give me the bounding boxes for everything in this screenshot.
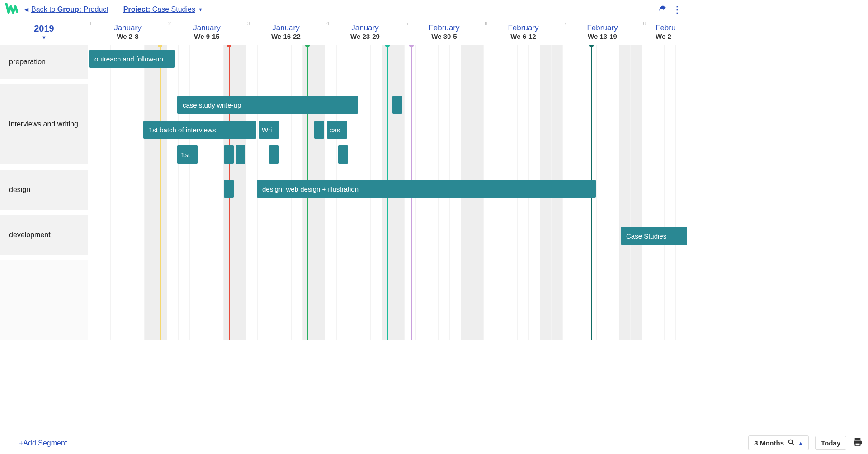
week-number: 2 xyxy=(168,21,171,26)
week-header[interactable]: 4 January We 23-29 xyxy=(326,19,405,45)
year-label: 2019 xyxy=(34,23,54,34)
week-month: Febru xyxy=(656,23,675,33)
week-month: January xyxy=(272,23,299,33)
bar-label: cas xyxy=(330,126,340,134)
gantt-grid[interactable]: outreach and follow-up case study write-… xyxy=(88,45,687,340)
week-number: 8 xyxy=(643,21,646,26)
week-range: We 9-15 xyxy=(194,33,219,40)
gantt-bar[interactable]: Case Studies xyxy=(621,227,687,245)
segment-label: design xyxy=(9,186,30,194)
segment-label: development xyxy=(9,231,51,239)
week-month: February xyxy=(587,23,618,33)
week-range: We 13-19 xyxy=(588,33,617,40)
breadcrumb-back-strong: Group: xyxy=(57,5,81,13)
week-header[interactable]: 1 January We 2-8 xyxy=(88,19,167,45)
week-range: We 2 xyxy=(656,33,671,40)
breadcrumb-project-value: Case Studies xyxy=(152,5,195,13)
segments-column: preparation interviews and writing desig… xyxy=(0,45,88,340)
bar-label: Wri xyxy=(262,126,272,134)
breadcrumb-back-prefix: Back to xyxy=(31,5,55,13)
gantt-bar[interactable]: design: web design + illustration xyxy=(257,180,596,198)
gantt-bar[interactable]: 1st xyxy=(177,145,198,164)
caret-down-icon: ▼ xyxy=(42,35,47,40)
gantt-area: preparation interviews and writing desig… xyxy=(0,45,687,340)
segment-label: interviews and writing xyxy=(9,120,78,128)
bar-label: case study write-up xyxy=(183,101,241,109)
week-number: 7 xyxy=(564,21,566,26)
bar-label: 1st xyxy=(181,151,190,159)
bar-label: design: web design + illustration xyxy=(262,185,359,193)
segment-row[interactable]: preparation xyxy=(0,45,88,84)
gantt-bar[interactable] xyxy=(338,145,348,164)
caret-down-icon: ▼ xyxy=(198,7,203,12)
week-header[interactable]: 3 January We 16-22 xyxy=(246,19,326,45)
week-number: 6 xyxy=(485,21,487,26)
gantt-bar[interactable]: outreach and follow-up xyxy=(89,50,175,68)
week-header[interactable]: 2 January We 9-15 xyxy=(167,19,246,45)
gantt-bar[interactable] xyxy=(392,96,402,114)
week-range: We 30-5 xyxy=(431,33,457,40)
share-icon[interactable] xyxy=(657,4,667,14)
gantt-bar[interactable]: case study write-up xyxy=(177,96,358,114)
week-range: We 16-22 xyxy=(271,33,301,40)
week-header[interactable]: 7 February We 13-19 xyxy=(563,19,642,45)
year-selector[interactable]: 2019 ▼ xyxy=(0,19,88,45)
more-vertical-icon[interactable]: ⋮ xyxy=(673,4,682,15)
week-month: January xyxy=(193,23,220,33)
gantt-bar[interactable] xyxy=(236,145,245,164)
week-number: 5 xyxy=(406,21,408,26)
week-range: We 6-12 xyxy=(510,33,536,40)
gantt-bar[interactable] xyxy=(314,121,324,139)
week-header[interactable]: 8 Febru We 2 xyxy=(642,19,687,45)
week-header[interactable]: 5 February We 30-5 xyxy=(405,19,484,45)
week-range: We 2-8 xyxy=(117,33,138,40)
divider xyxy=(116,4,116,15)
gantt-bar[interactable]: 1st batch of interviews xyxy=(143,121,256,139)
week-number: 1 xyxy=(89,21,92,26)
breadcrumb-project-strong: Project: xyxy=(123,5,151,13)
week-number: 3 xyxy=(247,21,250,26)
breadcrumb-back[interactable]: ◀ Back to Group: Product xyxy=(24,5,108,14)
bar-label: 1st batch of interviews xyxy=(149,126,216,134)
breadcrumb-back-value: Product xyxy=(84,5,108,13)
week-month: January xyxy=(351,23,378,33)
gantt-bar[interactable]: cas xyxy=(327,121,347,139)
gantt-bar[interactable] xyxy=(224,180,234,198)
gantt-bar[interactable] xyxy=(269,145,279,164)
breadcrumb-project[interactable]: Project: Case Studies ▼ xyxy=(123,5,203,14)
segment-row[interactable]: interviews and writing xyxy=(0,84,88,170)
segment-label: preparation xyxy=(9,58,46,66)
week-month: February xyxy=(508,23,538,33)
gantt-bar[interactable] xyxy=(224,145,234,164)
weeks-row: 1 January We 2-8 2 January We 9-15 3 Jan… xyxy=(88,19,687,45)
topbar: ◀ Back to Group: Product Project: Case S… xyxy=(0,0,687,19)
bar-label: Case Studies xyxy=(626,232,666,240)
timeline-marker xyxy=(160,45,161,340)
week-header[interactable]: 6 February We 6-12 xyxy=(484,19,563,45)
bar-label: outreach and follow-up xyxy=(94,55,163,63)
week-month: January xyxy=(114,23,141,33)
week-month: February xyxy=(429,23,459,33)
week-number: 4 xyxy=(326,21,329,26)
segment-row[interactable]: development xyxy=(0,215,88,260)
segment-row[interactable]: design xyxy=(0,170,88,215)
week-range: We 23-29 xyxy=(350,33,380,40)
chevron-left-icon: ◀ xyxy=(24,6,28,13)
gantt-bar[interactable]: Wri xyxy=(259,121,279,139)
timeline-header: 2019 ▼ 1 January We 2-8 2 January We 9-1… xyxy=(0,19,687,45)
app-logo xyxy=(5,3,18,16)
